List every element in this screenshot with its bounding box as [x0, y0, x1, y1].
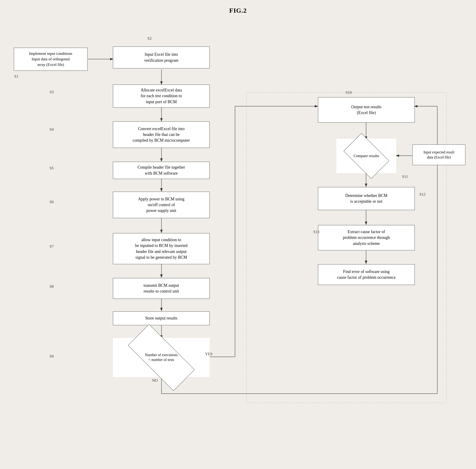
s6-label: S6	[50, 200, 54, 204]
s2-box: Input Excel file into verification progr…	[113, 47, 210, 68]
s3-box: Allocate excelExcel data for each test c…	[113, 84, 210, 108]
s14-box: Find error of software using cause facto…	[318, 264, 415, 285]
s13-box: Extract cause factor of problem occurren…	[318, 225, 415, 251]
s13-label: S13	[313, 230, 319, 234]
s9-diamond: Number of executions < number of tests	[113, 338, 210, 377]
s11-diamond: Compare results	[336, 139, 396, 173]
s6-box: Apply power to BCM using on/off control …	[113, 192, 210, 218]
s8-box: transmit BCM output results to control u…	[113, 278, 210, 299]
s11-input-box: Input expected result data (Excel file)	[412, 144, 465, 165]
yes-label: YES	[205, 352, 212, 356]
s9-store-box: Store output results	[113, 311, 210, 325]
s2-label: S2	[147, 36, 152, 41]
s12-label: S12	[419, 192, 425, 197]
s12-box: Determine whether BCM is acceptable or n…	[318, 187, 415, 210]
page-title: FIG.2	[0, 0, 476, 17]
s10-label: S10	[346, 90, 352, 95]
s5-box: Compile header file together with BCM so…	[113, 162, 210, 179]
s10-box: Output test results (Excel file)	[318, 97, 415, 123]
s3-label: S3	[50, 90, 54, 94]
s1-box: Implement input conditions Input data of…	[14, 48, 87, 71]
s11-label: S11	[402, 174, 408, 179]
s1-label: S1	[14, 74, 18, 79]
s9-label: S9	[50, 354, 54, 359]
s5-label: S5	[50, 166, 54, 170]
no-label: NO	[152, 378, 158, 383]
s7-label: S7	[50, 244, 54, 249]
s4-box: Convert excelExcel file into header file…	[113, 121, 210, 148]
s7-box: allow input condition to be inputted to …	[113, 233, 210, 264]
s4-label: S4	[50, 127, 54, 132]
s8-label: S8	[50, 284, 54, 289]
